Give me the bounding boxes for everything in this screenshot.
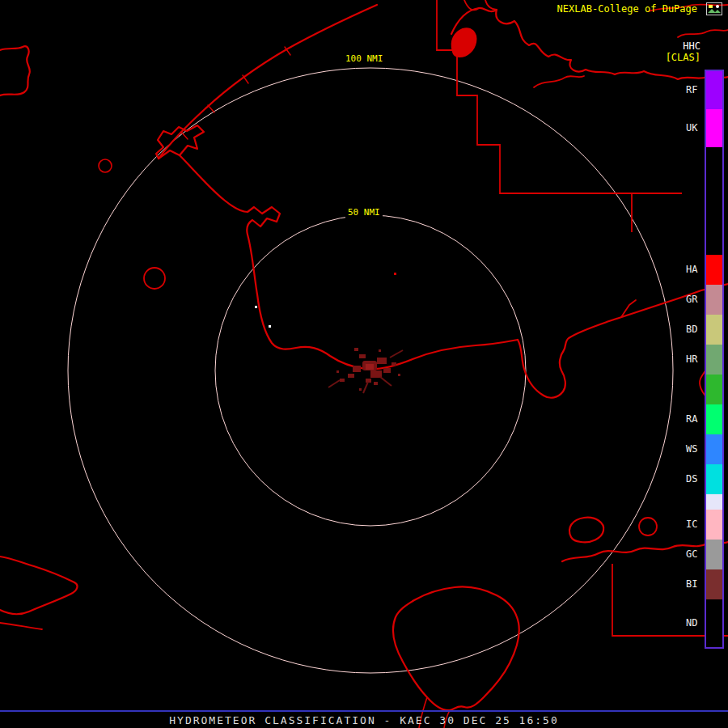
- legend-color-segment: [706, 540, 722, 569]
- footer-title: HYDROMETEOR CLASSIFICATION - KAEC 30 DEC…: [0, 714, 728, 726]
- legend-label-uk: UK: [686, 123, 697, 133]
- legend-color-segment: [706, 285, 722, 315]
- legend-color-segment: [706, 71, 722, 109]
- radar-display: 100 NMI 50 NMI NEXLAB-College of DuPage …: [0, 0, 728, 728]
- legend-color-segment: [706, 255, 722, 285]
- legend-label-hr: HR: [686, 354, 697, 365]
- zone-boundaries: [437, 0, 728, 636]
- legend-color-segment: [706, 345, 722, 375]
- legend-label-gr: GR: [686, 294, 697, 305]
- legend-label-ic: IC: [686, 519, 697, 530]
- legend-label-rf: RF: [686, 85, 697, 95]
- legend-label-nd: ND: [686, 618, 697, 629]
- legend-color-segment: [706, 434, 722, 464]
- broken-image-icon: [706, 2, 722, 15]
- legend-color-segment: [706, 569, 722, 599]
- legend-color-segment: [706, 375, 722, 404]
- range-label-50nmi: 50 NMI: [345, 207, 383, 218]
- legend-label-bi: BI: [686, 579, 697, 590]
- legend-label-ra: RA: [686, 414, 697, 425]
- footer-divider: [0, 710, 728, 712]
- legend-label-ws: WS: [686, 444, 697, 455]
- radar-map: [0, 0, 728, 728]
- legend-label-gc: GC: [686, 549, 697, 560]
- legend-color-segment: [706, 315, 722, 345]
- legend-color-segment: [706, 599, 722, 647]
- legend-color-segment: [706, 510, 722, 540]
- legend-label-ha: HA: [686, 265, 697, 275]
- legend-color-segment: [706, 147, 722, 255]
- legend-label-ds: DS: [686, 474, 697, 485]
- radar-echo-cluster: [328, 273, 403, 393]
- legend-color-segment: [706, 494, 722, 510]
- legend-color-segment: [706, 109, 722, 147]
- legend-color-segment: [706, 464, 722, 494]
- branding-text: NEXLAB-College of DuPage: [557, 3, 697, 15]
- legend-colorbar: [705, 70, 724, 649]
- product-class: [CLAS]: [666, 52, 700, 63]
- range-label-100nmi: 100 NMI: [343, 53, 385, 65]
- legend-label-bd: BD: [686, 324, 697, 335]
- product-code: HHC: [683, 40, 700, 52]
- legend-color-segment: [706, 404, 722, 434]
